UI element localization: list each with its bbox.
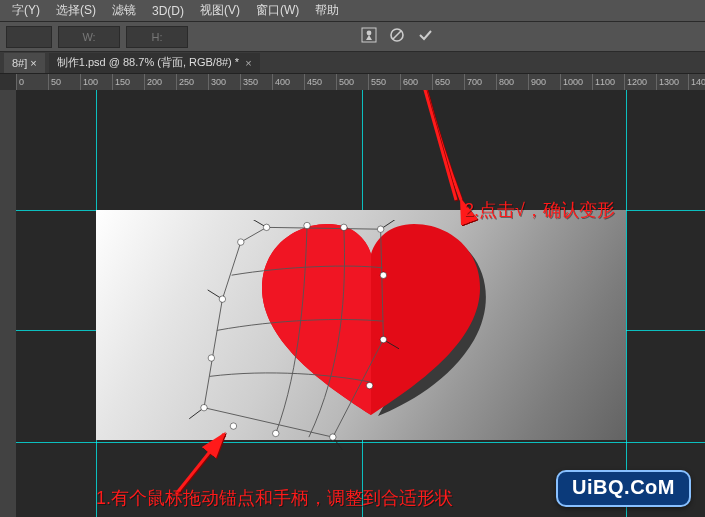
menu-bar: 字(Y) 选择(S) 滤镜 3D(D) 视图(V) 窗口(W) 帮助 <box>0 0 705 22</box>
ruler-vertical[interactable] <box>0 90 16 517</box>
menu-item-3d[interactable]: 3D(D) <box>144 4 192 18</box>
canvas-workspace[interactable]: 2.点击√，确认变形 1.有个鼠标拖动锚点和手柄，调整到合适形状 <box>16 90 705 517</box>
svg-line-3 <box>393 31 401 39</box>
opt-field-1[interactable] <box>6 26 52 48</box>
menu-item-view[interactable]: 视图(V) <box>192 2 248 19</box>
cancel-icon[interactable] <box>388 26 406 44</box>
guide-horizontal[interactable] <box>16 442 705 443</box>
commit-icon[interactable] <box>416 26 434 44</box>
opt-height[interactable]: H: <box>126 26 188 48</box>
close-icon[interactable]: × <box>245 57 251 69</box>
menu-item-filter[interactable]: 滤镜 <box>104 2 144 19</box>
annotation-2: 2.点击√，确认变形 <box>464 198 615 222</box>
svg-point-1 <box>367 31 372 36</box>
annotation-1: 1.有个鼠标拖动锚点和手柄，调整到合适形状 <box>96 486 453 510</box>
tab-1[interactable]: 8#] × <box>4 53 45 73</box>
menu-item-window[interactable]: 窗口(W) <box>248 2 307 19</box>
ruler-horizontal[interactable]: 050100150 200250300350 400450500550 6006… <box>16 74 705 90</box>
menu-item-type[interactable]: 字(Y) <box>4 2 48 19</box>
watermark: UiBQ.CoM <box>556 470 691 507</box>
heart-shape[interactable] <box>256 220 486 423</box>
guide-vertical[interactable] <box>626 90 627 517</box>
tab-2[interactable]: 制作1.psd @ 88.7% (背面, RGB/8#) *× <box>49 53 260 73</box>
document-tabs: 8#] × 制作1.psd @ 88.7% (背面, RGB/8#) *× <box>0 52 705 74</box>
options-bar: W: H: <box>0 22 705 52</box>
opt-width[interactable]: W: <box>58 26 120 48</box>
menu-item-help[interactable]: 帮助 <box>307 2 347 19</box>
menu-item-select[interactable]: 选择(S) <box>48 2 104 19</box>
puppet-icon[interactable] <box>360 26 378 44</box>
